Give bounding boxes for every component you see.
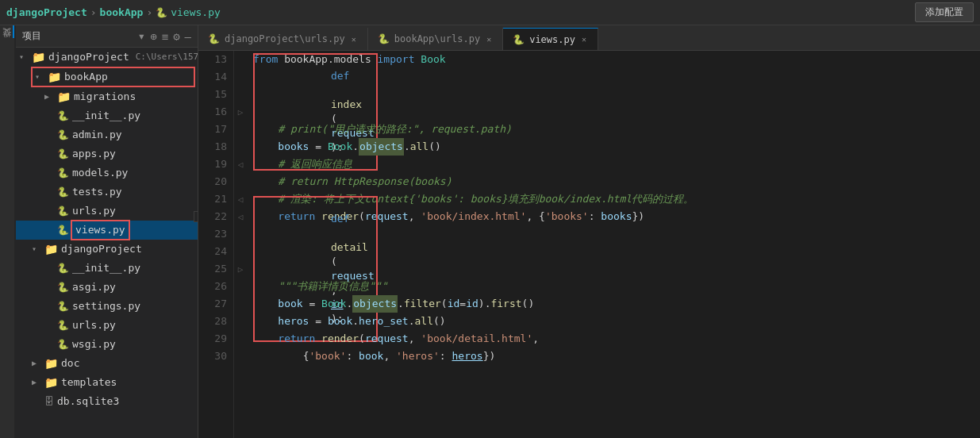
var-hero-set: hero_set <box>359 313 409 330</box>
tab-label: views.py <box>529 34 575 45</box>
tree-item-admin[interactable]: ▶ 🐍 admin.py <box>16 125 198 144</box>
left-tab-project[interactable]: 项目 <box>0 25 14 38</box>
item-label: wsgi.py <box>72 336 116 353</box>
code-line-30: { 'book' : book , 'heros' : heros }) <box>253 348 974 365</box>
tab-icon: 🐍 <box>513 34 525 45</box>
tree-item-init[interactable]: ▶ 🐍 __init__.py <box>16 106 198 125</box>
gutter-25[interactable]: ▷ <box>234 260 247 278</box>
dot: . <box>346 295 352 313</box>
tree-item-apps[interactable]: ▶ 🐍 apps.py <box>16 144 198 163</box>
item-label: tests.py <box>72 183 122 201</box>
expand-arrow: ▶ <box>44 88 54 106</box>
indent <box>253 313 278 330</box>
code-line-27: book = Book . objects . filter ( id = id… <box>253 295 974 313</box>
tree-item-asgi[interactable]: ▶ 🐍 asgi.py <box>16 278 198 297</box>
punc: ( <box>331 256 337 267</box>
tab-views[interactable]: 🐍 views.py ✕ <box>503 28 598 50</box>
hide-icon[interactable]: — <box>185 30 191 43</box>
py-icon: 🐍 <box>57 259 69 277</box>
tree-item-models[interactable]: ▶ 🐍 models.py <box>16 163 198 182</box>
tree-item-tests[interactable]: ▶ 🐍 tests.py <box>16 182 198 202</box>
sp <box>331 84 337 96</box>
tree-item-root[interactable]: ▾ 📁 djangoProject C:\Users\15735\Desktop… <box>16 48 198 67</box>
line-num: 14 <box>202 68 227 86</box>
item-label: db.sqlite3 <box>57 393 119 410</box>
punc: , <box>409 208 421 225</box>
sp <box>331 227 337 239</box>
gutter-24 <box>234 243 247 260</box>
var-book: book <box>278 295 302 313</box>
tab-djangoproject-urls[interactable]: 🐍 djangoProject\urls.py ✕ <box>198 28 368 50</box>
var-id2: id <box>466 295 478 313</box>
folder-icon: 📁 <box>48 68 61 86</box>
item-label: settings.py <box>72 298 140 315</box>
breadcrumb-project[interactable]: djangoProject <box>6 6 87 18</box>
var-id: id <box>448 295 460 313</box>
str: 'book/detail.html' <box>421 330 532 348</box>
line-num: 24 <box>202 243 227 260</box>
punc: : <box>346 348 359 365</box>
tree-item-urls2[interactable]: ▶ 🐍 urls.py <box>16 316 198 335</box>
tab-close-button[interactable]: ✕ <box>580 33 588 45</box>
gutter-21[interactable]: ◁ <box>234 190 247 208</box>
sp: = <box>309 313 327 330</box>
tree-item-init2[interactable]: ▶ 🐍 __init__.py <box>16 259 198 278</box>
tree-item-migrations[interactable]: ▶ 📁 migrations <box>16 87 198 106</box>
dot: . <box>404 138 410 156</box>
add-config-button[interactable]: 添加配置 <box>915 2 974 22</box>
item-label: __init__.py <box>72 259 140 277</box>
tree-item-sqlite3[interactable]: ▶ 🗄 db.sqlite3 <box>16 392 198 411</box>
tab-close-button[interactable]: ✕ <box>485 33 493 45</box>
sidebar-content: 项目 ▾ ⊕ ≡ ⚙ — ▾ 📁 djangoProject C:\Users\… <box>16 25 198 438</box>
tree-item-settings[interactable]: ▶ 🐍 settings.py <box>16 297 198 316</box>
left-tab-commit[interactable]: 提交 <box>0 38 14 51</box>
expand-arrow: ▾ <box>35 68 44 86</box>
tree-item-wsgi[interactable]: ▶ 🐍 wsgi.py <box>16 335 198 354</box>
item-label: djangoProject <box>48 48 129 66</box>
gutter-16[interactable]: ▷ <box>234 103 247 121</box>
gutter-19[interactable]: ◁ <box>234 156 247 173</box>
py-icon: 🐍 <box>57 145 69 163</box>
gutter-22[interactable]: ◁ <box>234 208 247 225</box>
punc: ( <box>359 330 365 348</box>
item-label: doc <box>61 355 79 372</box>
indent <box>253 156 278 173</box>
tab-label: bookApp\urls.py <box>394 33 480 44</box>
str: 'heros' <box>396 348 440 365</box>
file-icon: 🗄 <box>44 393 54 410</box>
indent <box>253 278 278 295</box>
tree-item-djangoproject[interactable]: ▾ 📁 djangoProject <box>16 240 198 259</box>
gutter-18 <box>234 138 247 156</box>
folder-icon: 📁 <box>57 88 71 106</box>
tree-item-views[interactable]: ▶ 🐍 views.py <box>16 221 198 240</box>
item-label: djangoProject <box>61 240 142 258</box>
tab-icon: 🐍 <box>208 33 220 44</box>
breadcrumb-file[interactable]: 🐍 views.py <box>156 6 221 18</box>
settings-icon[interactable]: ⚙ <box>173 30 179 43</box>
cls-book: Book <box>321 295 346 313</box>
breadcrumb-folder[interactable]: bookApp <box>100 6 144 18</box>
locate-icon[interactable]: ⊕ <box>150 30 156 43</box>
code-line-16: def index ( request ): <box>253 103 974 121</box>
tab-bookapp-urls[interactable]: 🐍 bookApp\urls.py ✕ <box>368 28 503 50</box>
gutter-30 <box>234 348 247 365</box>
dot: . <box>352 313 359 330</box>
comment-20: # return HttpResponse(books) <box>278 173 452 190</box>
gutter-27 <box>234 295 247 313</box>
code-line-17: # print("用户请求的路径:", request.path) <box>253 121 974 138</box>
collapse-icon[interactable]: ≡ <box>162 30 168 43</box>
tree-item-templates[interactable]: ▶ 📁 templates <box>16 373 198 392</box>
line-num: 29 <box>202 330 227 348</box>
item-label: views.py <box>72 221 129 239</box>
code-content[interactable]: from bookApp.models import Book def <box>247 51 980 438</box>
fn-detail: detail <box>331 241 368 253</box>
tree-item-doc[interactable]: ▶ 📁 doc <box>16 354 198 373</box>
tree-item-bookapp[interactable]: ▾ 📁 bookApp <box>32 67 194 86</box>
tab-close-button[interactable]: ✕ <box>350 33 358 45</box>
structure-tab[interactable]: 结构 <box>194 211 198 222</box>
tree-item-urls-bookapp[interactable]: ▶ 🐍 urls.py <box>16 202 198 221</box>
item-label: asgi.py <box>72 279 116 296</box>
kw-import: import <box>378 51 415 68</box>
line-num: 13 <box>202 51 227 68</box>
fn-render: render <box>321 330 359 348</box>
